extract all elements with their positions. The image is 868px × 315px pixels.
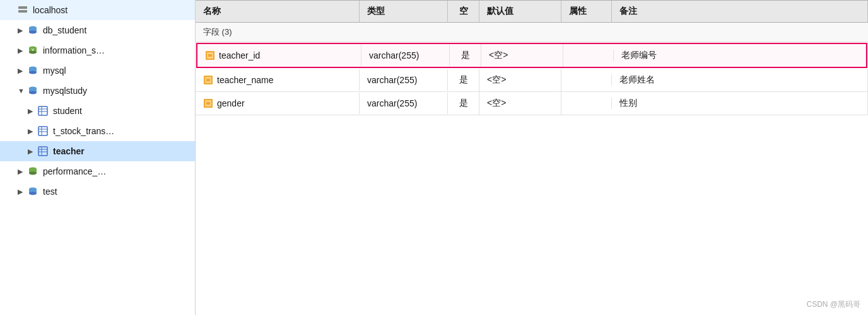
cell-attr — [563, 50, 614, 61]
cell-null: 是 — [448, 69, 479, 91]
field-icon — [205, 50, 215, 60]
arrow-icon: ▶ — [28, 127, 37, 135]
svg-rect-25 — [38, 147, 47, 156]
cell-null: 是 — [450, 44, 481, 67]
arrow-icon: ▶ — [18, 47, 26, 55]
cell-name: teacher_name — [196, 69, 360, 91]
table-header: 名称 类型 空 默认值 属性 备注 — [196, 0, 868, 23]
server-icon — [16, 4, 29, 16]
svg-point-6 — [29, 31, 37, 34]
sidebar-item-label: teacher — [53, 146, 85, 156]
svg-point-31 — [29, 172, 37, 175]
cell-type: varchar(255) — [360, 93, 448, 114]
db-icon — [26, 84, 39, 97]
sidebar-item-label: mysql — [43, 66, 66, 76]
svg-rect-43 — [206, 102, 210, 105]
svg-point-2 — [25, 7, 26, 8]
db-icon — [26, 64, 39, 77]
sidebar-item-information[interactable]: ▶ V information_s… — [0, 40, 195, 60]
sidebar-item-performance[interactable]: ▶ performance_… — [0, 161, 195, 181]
sidebar-item-label: t_stock_trans… — [53, 126, 114, 136]
arrow-icon: ▶ — [18, 168, 26, 176]
main-panel: 名称 类型 空 默认值 属性 备注 字段 (3) teacher_id varc… — [196, 0, 868, 315]
svg-rect-17 — [38, 106, 47, 115]
sidebar-item-student[interactable]: ▶ student — [0, 101, 195, 121]
field-name-text: teacher_name — [217, 75, 274, 85]
cell-attr — [561, 98, 612, 109]
sidebar-item-teacher[interactable]: ▶ teacher — [0, 141, 195, 161]
arrow-icon: ▼ — [18, 87, 26, 94]
arrow-icon: ▶ — [18, 26, 26, 35]
col-header-note: 备注 — [612, 1, 868, 22]
svg-text:V: V — [32, 48, 34, 52]
col-header-type: 类型 — [360, 1, 448, 22]
arrow-icon: ▶ — [28, 107, 37, 115]
section-label: 字段 (3) — [196, 23, 868, 42]
field-name-text: teacher_id — [219, 50, 260, 60]
table-row[interactable]: gender varchar(255) 是 <空> 性别 — [196, 92, 868, 115]
cell-def: <空> — [479, 69, 561, 91]
sidebar-item-mysql[interactable]: ▶ mysql — [0, 60, 195, 81]
sidebar-item-label: db_student — [43, 25, 86, 35]
sidebar-item-localhost[interactable]: localhost — [0, 0, 195, 20]
cell-type: varchar(255) — [360, 69, 448, 91]
watermark: CSDN @黑码哥 — [806, 299, 860, 310]
cell-null: 是 — [448, 92, 479, 115]
field-icon — [203, 98, 213, 108]
col-header-name: 名称 — [196, 1, 360, 22]
table-row[interactable]: teacher_name varchar(255) 是 <空> 老师姓名 — [196, 69, 868, 92]
col-header-null: 空 — [448, 1, 479, 22]
field-name-text: gender — [217, 98, 245, 108]
sidebar-item-label: localhost — [33, 5, 67, 15]
table-icon — [37, 105, 49, 117]
cell-note: 性别 — [612, 92, 868, 115]
svg-point-13 — [29, 71, 37, 74]
cell-type: varchar(255) — [361, 45, 450, 66]
sidebar-item-t-stock-trans[interactable]: ▶ t_stock_trans… — [0, 121, 195, 141]
arrow-icon: ▶ — [18, 188, 26, 196]
svg-point-16 — [29, 91, 37, 94]
db-icon — [26, 24, 39, 37]
svg-rect-40 — [206, 79, 210, 81]
arrow-icon: ▶ — [18, 67, 26, 75]
cell-def: <空> — [479, 92, 561, 115]
svg-point-34 — [29, 192, 37, 195]
table-icon — [37, 145, 49, 158]
cell-name: teacher_id — [197, 45, 361, 66]
col-header-def: 默认值 — [479, 1, 561, 22]
sidebar-item-label: student — [53, 106, 82, 116]
field-icon — [203, 75, 213, 85]
sidebar-item-label: information_s… — [43, 45, 105, 55]
sidebar-item-mysqlstudy[interactable]: ▼ mysqlstudy — [0, 81, 195, 101]
table-icon — [37, 125, 49, 137]
sidebar-item-db-student[interactable]: ▶ db_student — [0, 20, 195, 40]
cell-attr — [561, 74, 612, 86]
sidebar-item-test[interactable]: ▶ test — [0, 181, 195, 202]
sidebar-item-label: mysqlstudy — [43, 86, 87, 96]
sidebar-item-label: performance_… — [43, 166, 106, 176]
sidebar-item-label: test — [43, 186, 57, 197]
arrow-icon: ▶ — [28, 147, 37, 156]
col-header-attr: 属性 — [561, 1, 612, 22]
view-icon: V — [26, 44, 39, 57]
cell-name: gender — [196, 93, 360, 114]
data-table: teacher_id varchar(255) 是 <空> 老师编号 teach… — [196, 42, 868, 315]
sidebar: localhost ▶ db_student ▶ V information_s… — [0, 0, 196, 315]
svg-point-3 — [25, 11, 26, 12]
cell-def: <空> — [481, 44, 563, 67]
svg-rect-21 — [38, 127, 47, 135]
db-icon — [26, 185, 39, 198]
table-row[interactable]: teacher_id varchar(255) 是 <空> 老师编号 — [196, 43, 867, 68]
view-icon — [26, 165, 39, 178]
cell-note: 老师编号 — [614, 44, 866, 67]
cell-note: 老师姓名 — [612, 69, 868, 91]
svg-rect-37 — [208, 54, 212, 57]
